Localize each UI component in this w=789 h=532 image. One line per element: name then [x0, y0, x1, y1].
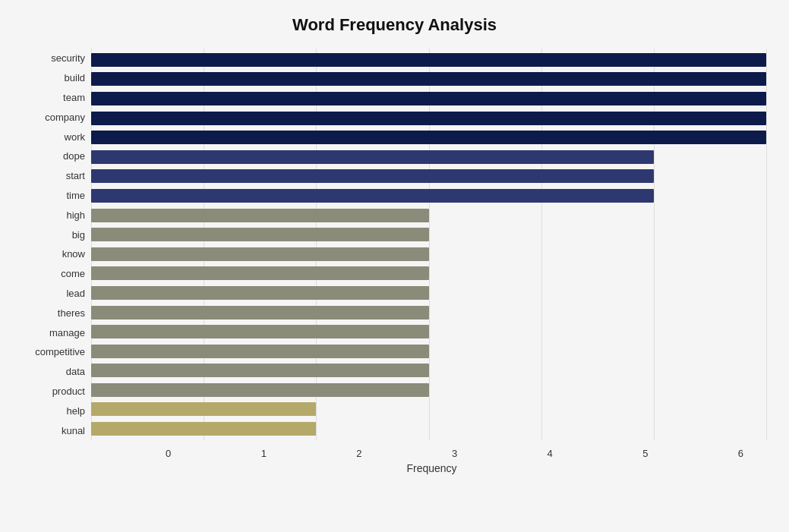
bar-competitive	[91, 345, 429, 358]
bar-row-manage	[91, 323, 766, 340]
bar-row-big	[91, 226, 766, 243]
bar-build	[91, 72, 766, 86]
bar-team	[91, 92, 766, 105]
y-label-manage: manage	[49, 328, 85, 338]
y-label-team: team	[63, 93, 85, 102]
bars-area	[91, 49, 766, 440]
bar-company	[91, 112, 766, 125]
bar-row-product	[91, 382, 766, 398]
y-axis: securitybuildteamcompanyworkdopestarttim…	[23, 49, 91, 440]
y-label-kunal: kunal	[62, 426, 85, 436]
x-tick-4: 4	[548, 448, 553, 459]
bar-row-competitive	[91, 343, 766, 360]
bar-start	[91, 169, 654, 183]
bar-high	[91, 209, 429, 222]
y-label-data: data	[66, 367, 85, 376]
grid-line-6	[766, 49, 767, 440]
bar-row-security	[91, 52, 766, 68]
bar-row-dope	[91, 149, 766, 165]
y-label-theres: theres	[58, 308, 85, 318]
x-axis-title: Frequency	[97, 462, 766, 474]
bar-row-know	[91, 246, 766, 263]
x-tick-3: 3	[452, 448, 457, 459]
bar-row-come	[91, 265, 766, 282]
bar-come	[91, 266, 429, 280]
chart-title: Word Frequency Analysis	[23, 15, 766, 35]
bar-time	[91, 189, 654, 203]
bar-data	[91, 364, 429, 377]
y-label-dope: dope	[63, 151, 85, 161]
bar-know	[91, 247, 429, 261]
bar-big	[91, 228, 429, 241]
y-label-company: company	[45, 112, 85, 122]
bar-lead	[91, 286, 429, 300]
x-tick-1: 1	[261, 448, 267, 459]
bar-security	[91, 53, 766, 67]
y-label-big: big	[72, 230, 85, 240]
y-label-work: work	[65, 132, 85, 142]
bar-row-help	[91, 401, 766, 417]
bar-manage	[91, 325, 429, 338]
bar-row-team	[91, 90, 766, 107]
x-tick-5: 5	[642, 448, 648, 459]
bar-theres	[91, 306, 429, 320]
bar-row-lead	[91, 285, 766, 301]
x-tick-2: 2	[356, 448, 361, 459]
bar-row-build	[91, 71, 766, 87]
y-label-security: security	[51, 53, 85, 63]
y-label-start: start	[66, 171, 85, 181]
y-label-help: help	[66, 406, 85, 416]
y-label-time: time	[66, 190, 85, 200]
y-label-know: know	[62, 249, 85, 259]
bar-row-company	[91, 110, 766, 127]
y-label-competitive: competitive	[35, 347, 85, 357]
y-label-come: come	[61, 269, 85, 279]
chart-container: Word Frequency Analysis securitybuildtea…	[0, 0, 789, 532]
bar-kunal	[91, 422, 316, 436]
x-tick-0: 0	[166, 448, 171, 459]
bar-row-kunal	[91, 420, 766, 437]
bar-row-work	[91, 129, 766, 146]
bar-row-high	[91, 207, 766, 224]
y-label-lead: lead	[66, 288, 85, 298]
bar-row-time	[91, 187, 766, 204]
x-axis: 0123456	[166, 448, 766, 459]
y-label-product: product	[52, 386, 85, 396]
bar-help	[91, 402, 316, 416]
bar-row-data	[91, 362, 766, 379]
bar-work	[91, 131, 766, 144]
bar-row-theres	[91, 304, 766, 321]
bar-product	[91, 383, 429, 397]
bar-dope	[91, 150, 654, 164]
x-tick-6: 6	[738, 448, 743, 459]
y-label-build: build	[65, 73, 85, 83]
bar-row-start	[91, 168, 766, 184]
y-label-high: high	[66, 210, 85, 220]
